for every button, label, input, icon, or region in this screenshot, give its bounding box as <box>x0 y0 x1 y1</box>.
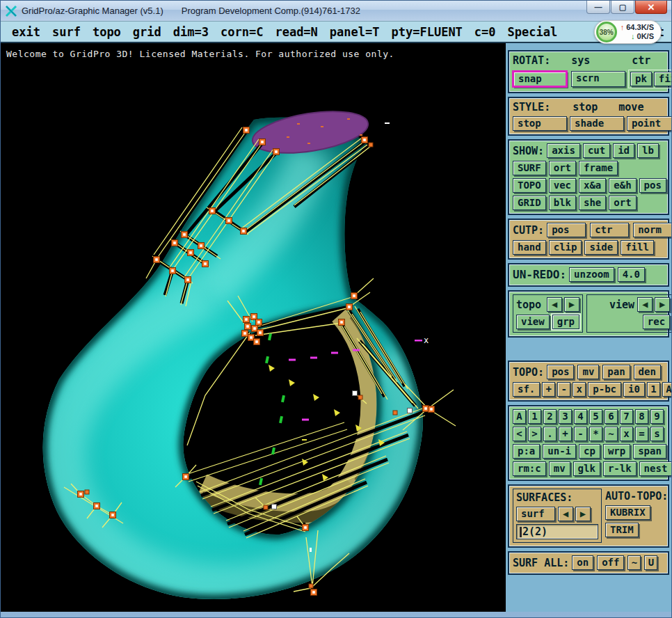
surface-id-field[interactable]: 2(2) <box>516 524 598 539</box>
button-r-lk[interactable]: r-lk <box>603 461 637 476</box>
menu-surf[interactable]: surf <box>52 25 81 39</box>
button-un-i[interactable]: un-i <box>543 444 576 459</box>
button--[interactable]: ~ <box>605 427 618 441</box>
button--[interactable]: - <box>574 427 587 441</box>
button-den[interactable]: den <box>634 365 661 379</box>
button-topo[interactable]: TOPO <box>513 178 546 193</box>
button-ort[interactable]: ort <box>549 161 576 175</box>
button-ctr[interactable]: ctr <box>590 223 629 237</box>
button-pos[interactable]: pos <box>639 178 666 193</box>
menu-corn[interactable]: corn=C <box>221 25 263 39</box>
button--[interactable]: > <box>528 427 541 441</box>
button-nest[interactable]: nest <box>639 461 671 476</box>
button-x[interactable]: x <box>573 382 586 397</box>
button-rm-c[interactable]: rm:c <box>513 461 546 476</box>
menu-panel[interactable]: panel=T <box>330 25 380 39</box>
button-ort[interactable]: ort <box>609 196 636 210</box>
button-axis[interactable]: axis <box>547 143 580 158</box>
button--[interactable]: ▶ <box>564 297 579 312</box>
button-1[interactable]: 1 <box>647 382 660 397</box>
button--[interactable]: ▶ <box>575 507 591 521</box>
button-6[interactable]: 6 <box>605 409 618 424</box>
menu-read[interactable]: read=N <box>275 25 317 39</box>
maximize-button[interactable]: ▢ <box>611 1 634 14</box>
button-a[interactable]: A <box>513 409 526 424</box>
button-u[interactable]: U <box>644 555 657 570</box>
button-vec[interactable]: vec <box>549 178 576 193</box>
button-4[interactable]: 4 <box>574 409 587 424</box>
button--[interactable]: + <box>542 382 555 397</box>
menu-special[interactable]: Special <box>508 25 558 39</box>
button-lb[interactable]: lb <box>637 143 659 158</box>
button-x[interactable]: x <box>620 427 633 441</box>
button-x-a[interactable]: x&a <box>579 178 606 193</box>
button--[interactable]: - <box>557 382 570 397</box>
button-7[interactable]: 7 <box>620 409 633 424</box>
close-button[interactable]: ✕ <box>635 1 667 14</box>
topology-node[interactable] <box>393 411 397 415</box>
button-blk[interactable]: blk <box>549 196 576 210</box>
button-glk[interactable]: glk <box>573 461 600 476</box>
button-1[interactable]: 1 <box>528 409 541 424</box>
button-scrn[interactable]: scrn <box>571 71 625 87</box>
button--[interactable]: + <box>559 427 572 441</box>
button-cut[interactable]: cut <box>583 143 610 158</box>
button-sf-[interactable]: sf. <box>513 382 540 397</box>
button-trim[interactable]: TRIM <box>605 523 639 537</box>
topology-node[interactable] <box>85 490 89 494</box>
topology-node[interactable] <box>264 505 268 509</box>
menu-c[interactable]: c=0 <box>474 25 496 39</box>
button--[interactable]: ◀ <box>547 297 562 312</box>
button-shade[interactable]: shade <box>570 116 624 131</box>
button--[interactable]: ◀ <box>637 297 653 312</box>
button--[interactable]: . <box>543 427 557 441</box>
button-4-0[interactable]: 4.0 <box>618 267 645 282</box>
button-frame[interactable]: frame <box>579 161 618 175</box>
button-pos[interactable]: pos <box>547 223 586 237</box>
button-mv[interactable]: mv <box>577 365 599 379</box>
button-pk[interactable]: pk <box>630 72 652 86</box>
button-wrp[interactable]: wrp <box>603 444 630 459</box>
button-mv[interactable]: mv <box>549 461 570 476</box>
topology-node[interactable] <box>358 395 362 399</box>
button-grp[interactable]: grp <box>552 315 579 329</box>
button-norm[interactable]: norm <box>633 223 671 237</box>
button--[interactable]: * <box>589 427 602 441</box>
button-2[interactable]: 2 <box>543 409 557 424</box>
button--[interactable]: ▶ <box>655 297 670 312</box>
button-p-a[interactable]: p:a <box>513 444 540 459</box>
button--[interactable]: = <box>635 427 648 441</box>
topology-node[interactable] <box>272 505 277 509</box>
button-i0[interactable]: i0 <box>623 382 645 397</box>
button-view[interactable]: view <box>516 315 550 329</box>
button-9[interactable]: 9 <box>650 409 664 424</box>
button-grid[interactable]: GRID <box>513 196 546 210</box>
menu-exit[interactable]: exit <box>12 25 40 39</box>
button-fix[interactable]: fix <box>654 72 671 86</box>
button-pan[interactable]: pan <box>602 365 630 379</box>
button-snap[interactable]: snap <box>513 71 567 87</box>
button-fill[interactable]: fill <box>621 240 654 255</box>
menu-pty[interactable]: pty=FLUENT <box>392 25 463 39</box>
button-hand[interactable]: hand <box>513 240 546 255</box>
button--[interactable]: ~ <box>627 555 641 570</box>
menu-grid[interactable]: grid <box>133 25 161 39</box>
button-pos[interactable]: pos <box>547 365 574 379</box>
graphics-viewport[interactable]: Welcome to GridPro 3D! Licensed Material… <box>1 43 506 612</box>
title-bar[interactable]: GridPro/az-Graphic Manager (v5.1)Program… <box>1 1 671 21</box>
button-5[interactable]: 5 <box>589 409 602 424</box>
button-p-bc[interactable]: p-bc <box>588 382 621 397</box>
button-kubrix[interactable]: KUBRIX <box>605 505 650 520</box>
button-8[interactable]: 8 <box>635 409 648 424</box>
button-id[interactable]: id <box>613 143 634 158</box>
button-s[interactable]: s <box>650 427 664 441</box>
button-clip[interactable]: clip <box>549 240 582 255</box>
button-stop[interactable]: stop <box>513 116 567 131</box>
menu-topo[interactable]: topo <box>93 25 121 39</box>
button-surf[interactable]: surf <box>516 507 555 521</box>
button-unzoom[interactable]: unzoom <box>569 267 614 282</box>
topology-node[interactable] <box>309 584 313 588</box>
minimize-button[interactable]: — <box>586 1 610 14</box>
button-e-h[interactable]: e&h <box>609 178 636 193</box>
button-side[interactable]: side <box>584 240 618 255</box>
